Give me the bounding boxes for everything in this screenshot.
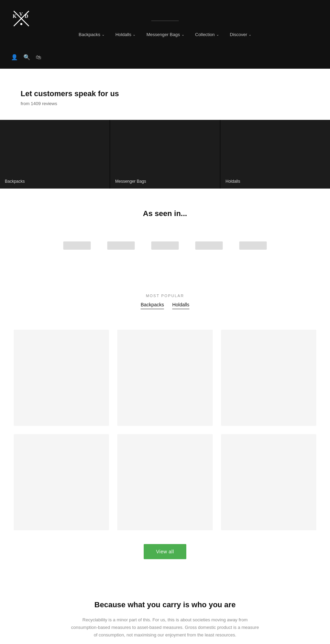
chevron-down-icon: ⌄	[182, 33, 184, 36]
category-card-backpacks[interactable]: Backpacks	[0, 120, 109, 189]
category-card-holdalls[interactable]: Holdalls	[221, 120, 330, 189]
categories-section: Backpacks Messenger Bags Holdalls	[0, 120, 330, 189]
cart-icon[interactable]: 🛍	[36, 54, 41, 60]
press-logo-3	[151, 241, 179, 250]
most-popular-section: MOST POPULAR Backpacks Holdalls	[0, 273, 330, 330]
chevron-down-icon: ⌄	[216, 33, 219, 36]
nav-item-discover[interactable]: Discover ⌄	[230, 32, 252, 37]
nav-item-backpacks[interactable]: Backpacks ⌄	[79, 32, 104, 37]
svg-point-5	[20, 23, 22, 25]
svg-text:V: V	[19, 12, 23, 17]
as-seen-in-title: As seen in...	[0, 209, 330, 218]
product-grid	[14, 330, 316, 530]
press-logos	[0, 232, 330, 259]
press-logo-2	[107, 241, 135, 250]
nav-icons: 👤 🔍 🛍	[11, 54, 41, 60]
chevron-down-icon: ⌄	[133, 33, 135, 36]
logo[interactable]: K V D	[11, 8, 32, 29]
category-card-messenger-bags[interactable]: Messenger Bags	[110, 120, 220, 189]
press-logo-5	[239, 241, 267, 250]
nav-item-holdalls[interactable]: Holdalls ⌄	[116, 32, 135, 37]
press-logo-1	[63, 241, 91, 250]
chevron-down-icon: ⌄	[249, 33, 251, 36]
main-nav: Backpacks ⌄ Holdalls ⌄ Messenger Bags ⌄ …	[0, 32, 330, 37]
hero-header: K V D Backpacks ⌄ Holdalls ⌄ Messenger B…	[0, 0, 330, 69]
product-card-1[interactable]	[14, 330, 109, 426]
hero-divider	[151, 21, 179, 21]
tab-backpacks[interactable]: Backpacks	[141, 302, 164, 309]
reviews-title: Let customers speak for us	[21, 89, 309, 98]
most-popular-tabs: Backpacks Holdalls	[0, 302, 330, 309]
svg-text:D: D	[25, 14, 28, 19]
view-all-button[interactable]: View all	[144, 544, 186, 559]
product-grid-area	[0, 330, 330, 530]
reviews-count: from 1409 reviews	[21, 101, 309, 106]
category-label-backpacks: Backpacks	[5, 179, 25, 184]
nav-item-collection[interactable]: Collection ⌄	[195, 32, 219, 37]
tab-holdalls[interactable]: Holdalls	[172, 302, 189, 309]
product-card-5[interactable]	[117, 434, 212, 530]
reviews-section: Let customers speak for us from 1409 rev…	[0, 69, 330, 120]
account-icon[interactable]: 👤	[11, 54, 18, 60]
product-card-3[interactable]	[221, 330, 316, 426]
press-logo-4	[195, 241, 223, 250]
view-all-section: View all	[0, 530, 330, 580]
category-label-messenger-bags: Messenger Bags	[115, 179, 146, 184]
category-label-holdalls: Holdalls	[226, 179, 240, 184]
search-icon[interactable]: 🔍	[23, 54, 30, 60]
brand-statement-section: Because what you carry is who you are Re…	[0, 580, 330, 644]
product-card-2[interactable]	[117, 330, 212, 426]
product-card-6[interactable]	[221, 434, 316, 530]
categories-grid: Backpacks Messenger Bags Holdalls	[0, 120, 330, 189]
nav-item-messenger-bags[interactable]: Messenger Bags ⌄	[146, 32, 184, 37]
svg-text:K: K	[13, 14, 16, 19]
brand-title: Because what you carry is who you are	[41, 600, 289, 609]
as-seen-in-section: As seen in...	[0, 189, 330, 273]
product-card-4[interactable]	[14, 434, 109, 530]
chevron-down-icon: ⌄	[102, 33, 104, 36]
brand-text: Recyclability is a minor part of this. F…	[69, 616, 261, 639]
most-popular-label: MOST POPULAR	[0, 294, 330, 298]
